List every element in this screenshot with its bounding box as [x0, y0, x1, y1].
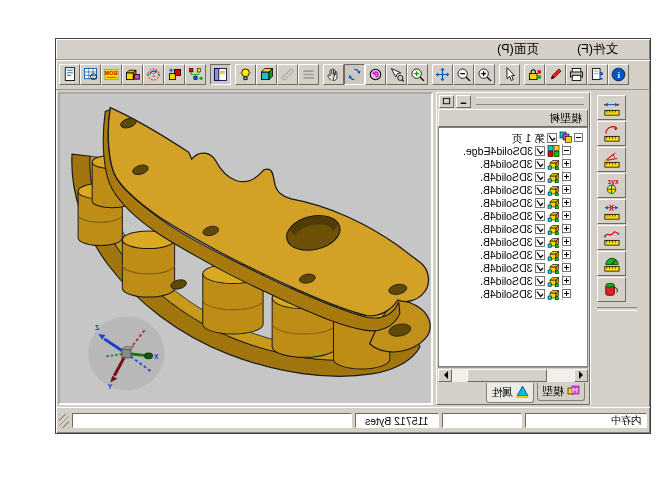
spin-target-icon[interactable] [365, 64, 386, 85]
menu-page[interactable]: 页面(P) [497, 41, 539, 58]
item-expand-toggle[interactable] [562, 224, 571, 233]
tree-item-label: 3DSolid4B. [480, 223, 533, 235]
tree-item-row[interactable]: 3DSolid4B. [439, 170, 587, 183]
solid-cube-icon [547, 196, 560, 209]
tree-item-row[interactable]: 3DSolid4B. [439, 157, 587, 170]
item-checkbox[interactable] [535, 211, 545, 221]
root-collapse-toggle[interactable] [574, 133, 583, 142]
page-cluster-icon [559, 131, 572, 144]
bom-text-icon[interactable]: BOM [101, 64, 122, 85]
lamp-icon[interactable] [235, 64, 256, 85]
item-checkbox[interactable] [535, 146, 545, 156]
tree-item-row[interactable]: 3DSolid4B. [439, 183, 587, 196]
svg-text:2: 2 [152, 72, 155, 78]
tree-root-row[interactable]: 第 1 页 [439, 131, 587, 144]
item-expand-toggle[interactable] [562, 263, 571, 272]
scroll-right-button[interactable] [574, 369, 588, 382]
item-checkbox[interactable] [535, 289, 545, 299]
tree-item-row[interactable]: 3DSolid4B. [439, 274, 587, 287]
item-collapse-toggle[interactable] [562, 146, 571, 155]
item-expand-toggle[interactable] [562, 198, 571, 207]
export-doc-icon[interactable] [587, 64, 608, 85]
zoom-out-icon[interactable] [453, 64, 474, 85]
tree-item-row[interactable]: 3DSolid4B. [439, 196, 587, 209]
item-expand-toggle[interactable] [562, 237, 571, 246]
tree-item-row[interactable]: 3DSolid4B. [439, 248, 587, 261]
item-expand-toggle[interactable] [562, 289, 571, 298]
solid-cube-icon [547, 248, 560, 261]
color-lock-icon[interactable] [524, 64, 545, 85]
scroll-left-button[interactable] [438, 369, 452, 382]
panel-minimize-button[interactable] [456, 95, 471, 108]
panel-tab-1[interactable]: 模型 [537, 383, 585, 401]
bom-table-icon[interactable] [80, 64, 101, 85]
panel-tab-0[interactable]: 属性 [486, 383, 534, 403]
dim-symmetric-icon[interactable] [597, 199, 626, 224]
item-checkbox[interactable] [535, 276, 545, 286]
tree-item-label: 3DSolid4B. [480, 236, 533, 248]
item-checkbox[interactable] [535, 237, 545, 247]
assembly-tree-icon[interactable] [185, 64, 206, 85]
regen-cycle-icon[interactable]: 2 [143, 64, 164, 85]
item-checkbox[interactable] [535, 185, 545, 195]
solid-cube-icon [547, 170, 560, 183]
model-cubes-tab-icon [567, 384, 580, 399]
layers-icon[interactable] [298, 64, 319, 85]
toolbar-group [210, 64, 231, 85]
tree-item-label: 3DSolid4B. [480, 158, 533, 170]
fill-color-icon[interactable] [597, 277, 626, 302]
document-icon[interactable]: < rect x="2" y="12" width="7" height="5"… [59, 64, 80, 85]
tree-item-row[interactable]: 3DSolid4B. [439, 222, 587, 235]
dim-angle-icon[interactable] [597, 147, 626, 172]
dim-radius-icon[interactable] [597, 121, 626, 146]
panel-drag-grip[interactable] [476, 97, 584, 105]
measure-ruler-icon[interactable] [277, 64, 298, 85]
dim-coordinate-icon[interactable]: xyz [597, 173, 626, 198]
tree-item-row[interactable]: 3DSolid4B. [439, 209, 587, 222]
printer-icon[interactable] [566, 64, 587, 85]
menu-file[interactable]: 文件(F) [577, 41, 618, 58]
tree-horizontal-scrollbar[interactable] [438, 367, 588, 382]
dim-gauge-icon[interactable] [597, 251, 626, 276]
zoom-window-icon[interactable] [407, 64, 428, 85]
tree-item-row[interactable]: 3DSolid4B. [439, 235, 587, 248]
tree-item-row[interactable]: 3DSolid4B. [439, 261, 587, 274]
solid-cube-icon [547, 261, 560, 274]
item-expand-toggle[interactable] [562, 276, 571, 285]
item-expand-toggle[interactable] [562, 250, 571, 259]
item-expand-toggle[interactable] [562, 172, 571, 181]
tree-item-label: 3DSolid4B. [480, 171, 533, 183]
item-checkbox[interactable] [535, 159, 545, 169]
cubes-icon[interactable] [122, 64, 143, 85]
item-expand-toggle[interactable] [562, 185, 571, 194]
status-memory-field: 内存中 [525, 413, 647, 428]
red-pen-icon[interactable] [545, 64, 566, 85]
dimension-toolbar: xyz [590, 92, 648, 405]
tree-item-row[interactable]: 3DSolid4Edge. [439, 144, 587, 157]
scroll-track[interactable] [452, 369, 574, 382]
material-cube-icon[interactable] [256, 64, 277, 85]
dim-linear-icon[interactable] [597, 95, 626, 120]
pan-hand-icon[interactable] [323, 64, 344, 85]
item-expand-toggle[interactable] [562, 211, 571, 220]
tree-item-row[interactable]: 3DSolid4B. [439, 287, 587, 300]
rotate-view-icon[interactable] [344, 64, 365, 85]
panel-restore-button[interactable] [439, 95, 454, 108]
select-arrow-icon[interactable] [499, 64, 520, 85]
red-block-icon[interactable] [164, 64, 185, 85]
item-checkbox[interactable] [535, 172, 545, 182]
zoom-pointer-icon[interactable] [386, 64, 407, 85]
help-info-icon[interactable]: i [608, 64, 629, 85]
viewport-3d[interactable]: X Y Z [58, 92, 433, 405]
item-expand-toggle[interactable] [562, 159, 571, 168]
item-checkbox[interactable] [535, 263, 545, 273]
item-checkbox[interactable] [535, 224, 545, 234]
dim-curve-icon[interactable] [597, 225, 626, 250]
item-checkbox[interactable] [535, 198, 545, 208]
root-checkbox[interactable] [547, 133, 557, 143]
item-checkbox[interactable] [535, 250, 545, 260]
move-view-icon[interactable] [432, 64, 453, 85]
scroll-thumb[interactable] [467, 369, 548, 382]
zoom-in-icon[interactable] [474, 64, 495, 85]
panel-window-icon[interactable] [210, 64, 231, 85]
